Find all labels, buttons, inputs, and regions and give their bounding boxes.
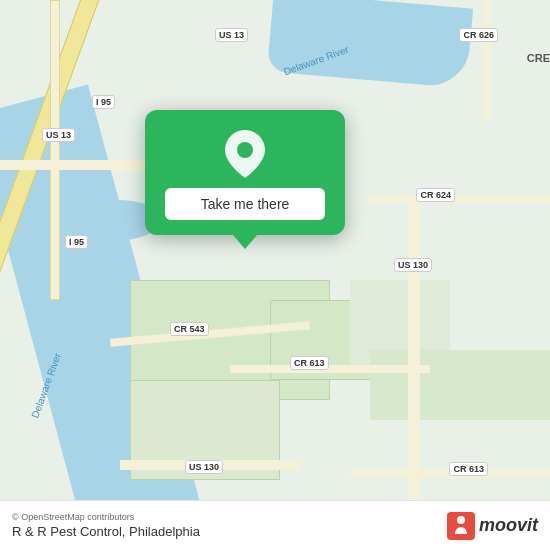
location-pin-icon xyxy=(221,130,269,178)
label-us130-bottom: US 130 xyxy=(185,460,223,474)
moovit-text: moovit xyxy=(479,515,538,536)
label-cr613-bottom: CR 613 xyxy=(449,462,488,476)
label-cr543: CR 543 xyxy=(170,322,209,336)
popup-card: Take me there xyxy=(145,110,345,235)
field-5 xyxy=(370,350,550,420)
map-container: US 13 US 13 I 95 I 95 CR 626 CR 624 CR 5… xyxy=(0,0,550,550)
svg-point-0 xyxy=(237,142,253,158)
location-name-text: R & R Pest Control, Philadelphia xyxy=(12,524,200,539)
label-i95-left: I 95 xyxy=(65,235,88,249)
road-cr613-top xyxy=(230,365,430,373)
cre-label: CRE xyxy=(527,52,550,64)
svg-point-2 xyxy=(457,516,465,524)
bottom-bar: © OpenStreetMap contributors R & R Pest … xyxy=(0,500,550,550)
moovit-logo: moovit xyxy=(447,512,538,540)
take-me-there-button[interactable]: Take me there xyxy=(165,188,325,220)
attribution-text: © OpenStreetMap contributors xyxy=(12,512,200,522)
road-us130-vertical xyxy=(408,200,420,500)
road-cr626 xyxy=(482,0,490,120)
label-cr626: CR 626 xyxy=(459,28,498,42)
label-cr624: CR 624 xyxy=(416,188,455,202)
label-us130-top: US 130 xyxy=(394,258,432,272)
label-cr613-top: CR 613 xyxy=(290,356,329,370)
road-us13-horizontal xyxy=(0,160,150,170)
bottom-bar-left: © OpenStreetMap contributors R & R Pest … xyxy=(12,512,200,539)
road-us13-vertical xyxy=(50,0,60,300)
label-us13-top: US 13 xyxy=(215,28,248,42)
road-cr624 xyxy=(370,195,550,203)
moovit-icon xyxy=(447,512,475,540)
label-i95-top: I 95 xyxy=(92,95,115,109)
label-us13-left: US 13 xyxy=(42,128,75,142)
